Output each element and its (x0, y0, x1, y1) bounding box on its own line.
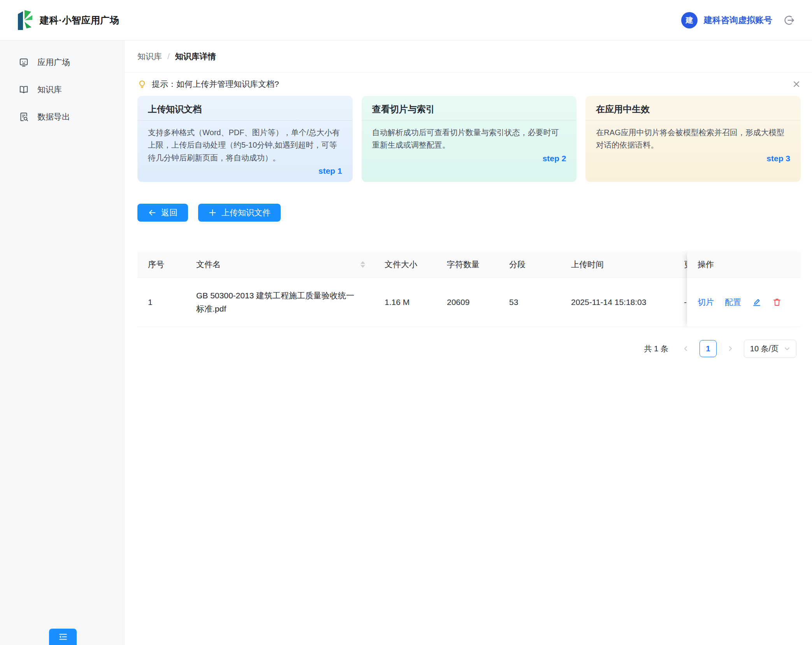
pagination: 共 1 条 1 10 条/页 (644, 339, 796, 358)
menu-fold-icon (58, 632, 68, 642)
page-size-value: 10 条/页 (750, 344, 779, 354)
upload-knowledge-file-button[interactable]: 上传知识文件 (198, 204, 281, 222)
step-card-body: 自动解析成功后可查看切片数量与索引状态，必要时可重新生成或调整配置。 (362, 121, 577, 152)
tip-text: 提示：如何上传并管理知识库文档? (152, 79, 279, 90)
documents-table: 序号 文件名 文件大小 字符数量 分段 上传时间 更 1 GB 50300-20… (137, 251, 801, 327)
cell-index: 1 (137, 278, 186, 327)
knowledge-base-book-icon (19, 85, 29, 95)
account-name[interactable]: 建科咨询虚拟账号 (704, 14, 772, 26)
upload-button-label: 上传知识文件 (221, 207, 271, 218)
app-title: 建科·小智应用广场 (40, 14, 120, 26)
app-header: 建科·小智应用广场 建 建科咨询虚拟账号 (0, 0, 812, 41)
step-card-body: 支持多种格式（Word、PDF、图片等），单个/总大小有上限，上传后自动处理（约… (137, 121, 353, 164)
breadcrumb-parent[interactable]: 知识库 (137, 51, 162, 62)
toolbar: 返回 上传知识文件 (137, 204, 281, 222)
brand-logo-icon (17, 10, 33, 31)
col-header-filename-label: 文件名 (196, 259, 221, 270)
step-card-title: 在应用中生效 (585, 96, 801, 121)
user-avatar[interactable]: 建 (681, 12, 698, 28)
next-page-icon[interactable] (727, 345, 734, 352)
slice-action-link[interactable]: 切片 (698, 297, 714, 308)
step-card-title: 上传知识文档 (137, 96, 353, 121)
col-header-filename: 文件名 (186, 251, 374, 277)
cell-size: 1.16 M (374, 278, 436, 327)
col-header-segments: 分段 (499, 251, 561, 277)
main-content: 知识库 / 知识库详情 提示：如何上传并管理知识库文档? 上传知识文档 支持多种… (125, 41, 812, 645)
col-header-index: 序号 (137, 251, 186, 277)
sidebar-item-app-plaza[interactable]: 应用广场 (0, 51, 124, 73)
step-card-upload: 上传知识文档 支持多种格式（Word、PDF、图片等），单个/总大小有上限，上传… (137, 96, 353, 182)
logout-icon[interactable] (784, 15, 795, 26)
step-card-slices: 查看切片与索引 自动解析成功后可查看切片数量与索引状态，必要时可重新生成或调整配… (362, 96, 577, 182)
breadcrumb: 知识库 / 知识库详情 (125, 41, 812, 72)
cell-filename: GB 50300-2013 建筑工程施工质量验收统一标准.pdf (186, 278, 374, 327)
col-header-actions: 操作 (687, 251, 801, 278)
chevron-down-icon (784, 345, 790, 352)
pagination-total: 共 1 条 (644, 344, 668, 354)
tip-close-icon[interactable] (792, 80, 801, 88)
config-action-link[interactable]: 配置 (725, 297, 741, 308)
sidebar-item-knowledge-base[interactable]: 知识库 (0, 79, 124, 100)
arrow-left-icon (148, 208, 156, 217)
page-size-select[interactable]: 10 条/页 (744, 340, 796, 358)
breadcrumb-current: 知识库详情 (175, 51, 216, 62)
col-header-size: 文件大小 (374, 251, 436, 277)
sidebar: 应用广场 知识库 数据导出 (0, 41, 125, 645)
edit-icon[interactable] (752, 298, 761, 307)
step-cards: 上传知识文档 支持多种格式（Word、PDF、图片等），单个/总大小有上限，上传… (137, 96, 801, 182)
step-card-title: 查看切片与索引 (362, 96, 577, 121)
back-button-label: 返回 (161, 207, 178, 218)
step-badge: step 3 (585, 152, 801, 163)
sidebar-item-label: 数据导出 (37, 111, 70, 122)
data-export-icon (19, 112, 29, 122)
step-card-effective: 在应用中生效 在RAG应用中切片将会被模型检索并召回，形成大模型对话的依据语料。… (585, 96, 801, 182)
app-plaza-icon (19, 57, 29, 67)
sidebar-item-label: 知识库 (37, 84, 62, 95)
sidebar-item-data-export[interactable]: 数据导出 (0, 106, 124, 128)
back-button[interactable]: 返回 (137, 204, 188, 222)
sidebar-collapse-button[interactable] (49, 629, 77, 645)
row-actions: 切片 配置 (687, 278, 801, 327)
cell-segments: 53 (499, 278, 561, 327)
sort-caret-icon[interactable] (360, 261, 365, 268)
prev-page-icon[interactable] (682, 345, 689, 352)
app-logo-group: 建科·小智应用广场 (17, 10, 120, 31)
col-header-uploaded: 上传时间 (561, 251, 673, 277)
actions-fixed-column: 操作 切片 配置 (687, 251, 801, 328)
step-badge: step 2 (362, 152, 577, 163)
step-card-body: 在RAG应用中切片将会被模型检索并召回，形成大模型对话的依据语料。 (585, 121, 801, 152)
plus-icon (208, 208, 217, 217)
delete-icon[interactable] (772, 298, 782, 307)
page-number-button[interactable]: 1 (700, 340, 717, 357)
sidebar-item-label: 应用广场 (37, 57, 70, 68)
cell-uploaded: 2025-11-14 15:18:03 (561, 278, 673, 327)
lightbulb-icon (137, 79, 147, 89)
tip-banner: 提示：如何上传并管理知识库文档? (125, 72, 812, 96)
breadcrumb-separator: / (167, 52, 170, 61)
step-badge: step 1 (137, 164, 353, 176)
col-header-chars: 字符数量 (436, 251, 499, 277)
cell-chars: 20609 (436, 278, 499, 327)
